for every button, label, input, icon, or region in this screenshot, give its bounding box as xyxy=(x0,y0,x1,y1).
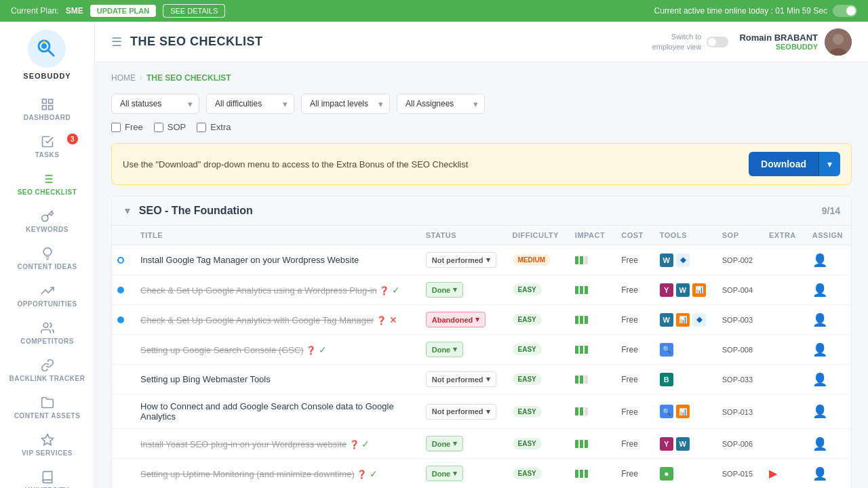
td-status[interactable]: Not performed ▾ xyxy=(418,394,505,429)
table-row: Install Yoast SEO plug-in on your Wordpr… xyxy=(112,429,851,459)
sidebar-item-backlink-tracker[interactable]: BACKLINK TRACKER xyxy=(0,352,94,389)
employee-view-toggle[interactable] xyxy=(707,37,728,47)
th-difficulty: DIFFICULTY xyxy=(505,226,567,245)
help-icon[interactable]: ❓ xyxy=(349,440,359,449)
td-impact xyxy=(567,459,613,489)
td-status[interactable]: Done ▾ xyxy=(418,275,505,305)
help-icon[interactable]: ❓ xyxy=(379,286,389,296)
assign-icon[interactable]: 👤 xyxy=(812,467,827,481)
extra-checkbox[interactable] xyxy=(197,123,206,132)
td-status[interactable]: Done ▾ xyxy=(418,335,505,365)
impact-bar xyxy=(585,286,588,294)
sop-checkbox[interactable] xyxy=(154,123,163,132)
status-badge[interactable]: Not performed ▾ xyxy=(426,371,496,387)
sidebar-item-seo-checklist[interactable]: SEO CHECKLIST xyxy=(0,165,94,203)
td-status[interactable]: Abandoned ▾ xyxy=(418,305,505,335)
sop-checkbox-label[interactable]: SOP xyxy=(154,122,186,132)
assign-icon[interactable]: 👤 xyxy=(812,283,827,297)
assignees-filter[interactable]: All Assignees xyxy=(397,94,485,114)
assign-icon[interactable]: 👤 xyxy=(812,437,827,451)
status-badge[interactable]: Done ▾ xyxy=(426,436,464,451)
sidebar-item-content-ideas[interactable]: CONTENT IDEAS xyxy=(0,240,94,277)
user-company: SEOBUDDY xyxy=(739,43,818,51)
td-assign[interactable]: 👤 xyxy=(804,365,851,394)
update-plan-button[interactable]: UPDATE PLAN xyxy=(90,5,156,17)
assign-icon[interactable]: 👤 xyxy=(812,405,827,418)
download-arrow-button[interactable]: ▾ xyxy=(818,152,840,176)
sidebar-item-content-assets[interactable]: CONTENT ASSETS xyxy=(0,389,94,426)
assign-icon[interactable]: 👤 xyxy=(812,313,827,327)
td-assign[interactable]: 👤 xyxy=(804,394,851,429)
user-avatar[interactable] xyxy=(825,28,852,56)
difficulty-badge: EASY xyxy=(513,438,542,449)
help-icon[interactable]: ❓ xyxy=(376,316,387,325)
assign-icon[interactable]: 👤 xyxy=(812,253,827,267)
status-filter[interactable]: All statuses xyxy=(111,94,199,114)
filters-row: All statuses All difficulties All impact… xyxy=(111,94,852,114)
status-badge[interactable]: Not performed ▾ xyxy=(426,252,496,268)
sidebar-item-competitors[interactable]: CoMpETitORS xyxy=(0,314,94,352)
sidebar-item-label: VIP SERVICES xyxy=(22,449,73,457)
status-arrow-icon: ▾ xyxy=(453,285,457,294)
yoast-tool-icon: Y xyxy=(660,437,673,451)
td-assign[interactable]: 👤 xyxy=(804,429,851,459)
download-button[interactable]: Download xyxy=(749,152,818,176)
free-checkbox-label[interactable]: Free xyxy=(111,122,143,132)
status-badge[interactable]: Done ▾ xyxy=(426,282,464,298)
extra-checkbox-label[interactable]: Extra xyxy=(197,122,231,132)
td-status[interactable]: Not performed ▾ xyxy=(418,245,505,275)
hamburger-icon[interactable]: ☰ xyxy=(111,35,122,49)
td-status[interactable]: Done ▾ xyxy=(418,459,505,489)
impact-bar xyxy=(580,407,583,415)
help-icon[interactable]: ❓ xyxy=(357,470,367,479)
td-status[interactable]: Done ▾ xyxy=(418,429,505,459)
status-arrow-icon: ▾ xyxy=(486,407,490,416)
sidebar-item-university[interactable]: UNIVERSITY xyxy=(0,464,94,488)
cost-value: Free xyxy=(621,469,638,479)
see-details-button[interactable]: SEE DETAILS xyxy=(163,4,225,18)
td-status[interactable]: Not performed ▾ xyxy=(418,365,505,394)
sidebar-item-opportunities[interactable]: OPPORTUNITIES xyxy=(0,277,94,314)
sidebar-item-tasks[interactable]: TASKS 3 xyxy=(0,128,94,165)
svg-point-2 xyxy=(41,43,47,49)
list-icon xyxy=(41,172,54,186)
td-difficulty: EASY xyxy=(505,365,567,394)
td-assign[interactable]: 👤 xyxy=(804,305,851,335)
td-extra xyxy=(761,305,804,335)
logo-text: SEOBUDDY xyxy=(23,72,71,80)
status-badge[interactable]: Abandoned ▾ xyxy=(426,312,486,327)
check-icon xyxy=(41,135,54,148)
active-time-toggle[interactable] xyxy=(833,5,857,17)
free-checkbox[interactable] xyxy=(111,123,121,132)
td-tools: B xyxy=(652,365,714,394)
sidebar-item-vip-services[interactable]: VIP SERVICES xyxy=(0,426,94,464)
td-assign[interactable]: 👤 xyxy=(804,245,851,275)
impact-bar xyxy=(575,346,578,354)
users-icon xyxy=(41,321,54,335)
status-badge[interactable]: Done ▾ xyxy=(426,342,464,357)
help-icon[interactable]: ❓ xyxy=(306,346,316,355)
td-cost: Free xyxy=(613,335,652,365)
td-assign[interactable]: 👤 xyxy=(804,335,851,365)
table-header-row: TITLE STATUS DIFFICULTY IMPACT COST TOOL… xyxy=(112,226,851,245)
analytics-tool-icon: 📊 xyxy=(676,405,690,418)
td-tools: W◆ xyxy=(652,245,714,275)
sidebar-item-dashboard[interactable]: DASHBOARD xyxy=(0,91,94,128)
status-badge[interactable]: Done ▾ xyxy=(426,466,464,481)
difficulty-filter[interactable]: All difficulties xyxy=(206,94,294,114)
section-chevron-icon[interactable]: ▼ xyxy=(123,205,132,216)
diamond-tool-icon: ◆ xyxy=(676,253,690,267)
content-area: HOME › THE SEO CHECKLIST All statuses Al… xyxy=(95,62,868,488)
assign-icon[interactable]: 👤 xyxy=(812,373,827,386)
breadcrumb-home[interactable]: HOME xyxy=(111,73,136,83)
svg-point-3 xyxy=(43,41,45,43)
link-icon xyxy=(41,359,54,372)
status-badge[interactable]: Not performed ▾ xyxy=(426,404,496,420)
assign-icon[interactable]: 👤 xyxy=(812,343,827,357)
td-assign[interactable]: 👤 xyxy=(804,275,851,305)
impact-filter[interactable]: All impact levels xyxy=(301,94,390,114)
sidebar-item-keywords[interactable]: KEYWORDS xyxy=(0,203,94,240)
impact-bar xyxy=(585,440,588,448)
td-assign[interactable]: 👤 xyxy=(804,459,851,489)
difficulty-badge: EASY xyxy=(513,344,542,355)
